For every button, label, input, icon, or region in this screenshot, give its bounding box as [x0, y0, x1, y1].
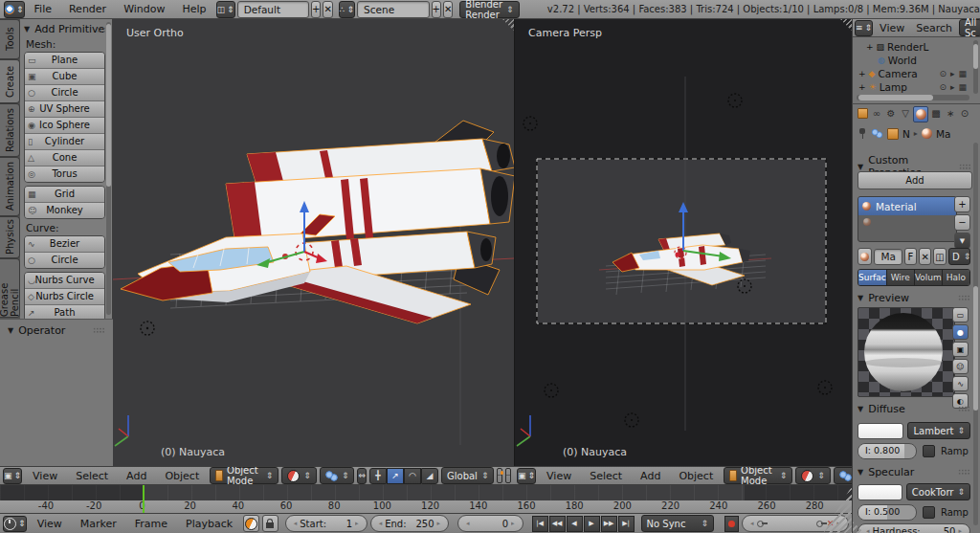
menu-object[interactable]: Object [157, 470, 207, 482]
tab-create[interactable]: Create [0, 59, 20, 103]
specular-ramp-checkbox[interactable] [923, 506, 935, 519]
tab-constraints-icon[interactable]: ∞ [870, 106, 883, 121]
breadcrumb-object-name[interactable]: N [902, 128, 910, 140]
menu-select[interactable]: Select [582, 470, 630, 482]
viewport-camera-persp[interactable]: Camera Persp (0) Nauyaca [514, 19, 852, 466]
menu-render[interactable]: Render [61, 3, 114, 15]
menu-view[interactable]: View [25, 470, 65, 482]
start-frame-field[interactable]: Start: 1 [285, 515, 368, 532]
play-button[interactable]: ▶ [584, 516, 600, 532]
tab-material-icon[interactable] [913, 106, 928, 122]
next-keyframe-button[interactable]: ▶▶ [601, 516, 617, 532]
users-count-button[interactable]: D ⇕ [948, 248, 970, 265]
renderable-icon[interactable]: ▦ [958, 69, 967, 78]
panel-drag-dots[interactable] [958, 469, 970, 476]
timeline-track[interactable] [0, 485, 852, 501]
add-property-button[interactable]: Add [858, 171, 972, 189]
add-monkey-button[interactable]: ☺Monkey [25, 203, 104, 218]
menu-help[interactable]: Help [175, 3, 214, 15]
outliner-item-world[interactable]: ◍ World [857, 54, 980, 67]
viewport-shading-select[interactable]: ⇕ [281, 467, 317, 484]
add-ico-sphere-button[interactable]: ◉Ico Sphere [25, 118, 104, 134]
jump-to-end-button[interactable]: ▶| [618, 516, 635, 532]
manipulator-rotate-button[interactable]: ◠ [404, 468, 421, 484]
scene-selector-button[interactable]: ∴ ⇕ [339, 1, 355, 18]
panel-header-specular[interactable]: ▼ Specular [858, 466, 970, 478]
tab-relations[interactable]: Relations [0, 103, 20, 157]
lock-button[interactable] [262, 515, 278, 532]
type-wire-button[interactable]: Wire [887, 270, 915, 285]
browse-material-button[interactable] [858, 248, 872, 265]
tab-animation[interactable]: Animation [0, 157, 20, 216]
preview-hair-button[interactable]: ∿ [952, 376, 969, 391]
add-plane-button[interactable]: ▭Plane [25, 53, 104, 69]
menu-add[interactable]: Add [633, 470, 668, 482]
add-scene-button[interactable]: + [432, 1, 441, 18]
layers-widget[interactable] [497, 468, 502, 483]
add-bezier-button[interactable]: ∿Bezier [25, 236, 104, 253]
add-cone-button[interactable]: △Cone [25, 150, 104, 167]
panel-header-add-primitive[interactable]: ▼ Add Primitive [24, 23, 105, 35]
selectable-cursor-icon[interactable]: ▸ [950, 82, 955, 92]
autokey-time-button[interactable] [243, 515, 259, 532]
close-scene-button[interactable]: ✕ [443, 1, 453, 18]
type-halo-button[interactable]: Halo [943, 270, 969, 285]
pivot-select[interactable]: ⇕ [834, 467, 852, 484]
panel-drag-dots[interactable] [958, 406, 970, 412]
add-path-button[interactable]: ↗Path [25, 305, 104, 319]
tab-modifiers-icon[interactable]: ⚙ [884, 106, 898, 121]
tab-particles-icon[interactable]: ∗ [944, 106, 957, 121]
menu-file[interactable]: File [27, 3, 59, 15]
remove-slot-button[interactable]: − [954, 214, 970, 231]
diffuse-color-swatch[interactable] [858, 423, 903, 439]
scene-name-field[interactable]: Scene [357, 1, 429, 18]
previous-keyframe-button[interactable]: ◀◀ [549, 516, 566, 532]
preview-sphere-button[interactable]: ● [952, 324, 969, 340]
type-volume-button[interactable]: Volum [915, 270, 943, 285]
expand-icon[interactable]: + [858, 69, 866, 78]
outliner-vertical-scrollbar[interactable] [973, 40, 978, 94]
menu-frame[interactable]: Frame [127, 518, 175, 530]
outliner-item-renderlayers[interactable]: + ▨ RenderL [857, 40, 980, 54]
add-circle-button[interactable]: ○Circle [25, 85, 104, 101]
outliner-item-camera[interactable]: + ◆ Camera ⊙ ▸ ▦ [857, 67, 980, 80]
pivot-select[interactable]: ⇕ [320, 467, 355, 484]
specular-intensity-slider[interactable]: I: 0.500 [858, 504, 917, 521]
hardness-field[interactable]: Hardness: 50 [858, 523, 970, 533]
menu-playback[interactable]: Playback [178, 518, 240, 530]
end-frame-field[interactable]: End: 250 [370, 515, 449, 532]
outliner-horizontal-scrollbar[interactable] [857, 95, 969, 100]
preview-flat-button[interactable]: ▭ [952, 307, 969, 322]
breadcrumb-material-name[interactable]: Ma [936, 128, 951, 140]
app-menu-button[interactable]: ⇕ [4, 1, 25, 18]
menu-view[interactable]: View [875, 22, 909, 34]
diffuse-intensity-slider[interactable]: I: 0.800 [858, 443, 917, 459]
add-nurbs-curve-button[interactable]: ◡Nurbs Curve [25, 273, 104, 289]
pin-icon[interactable] [858, 127, 867, 140]
timeline-ruler[interactable]: -40-200204060801001201401601802002202402… [0, 500, 852, 514]
editor-type-button[interactable]: ≡ ⇕ [855, 20, 873, 36]
renderable-icon[interactable]: ▦ [958, 82, 967, 92]
current-frame-field[interactable]: 0 [457, 515, 523, 532]
insert-key-icon[interactable] [816, 521, 823, 527]
menu-object[interactable]: Object [671, 470, 721, 482]
manipulator-axis-button[interactable]: ╋ [369, 468, 387, 484]
menu-window[interactable]: Window [116, 3, 172, 15]
selectable-cursor-icon[interactable]: ▸ [950, 69, 955, 78]
material-slot-list[interactable]: Material [858, 196, 957, 242]
manipulator-scale-button[interactable]: ◢ [421, 468, 438, 484]
add-torus-button[interactable]: ◎Torus [25, 167, 104, 182]
tab-physics[interactable]: Physics [0, 216, 20, 258]
add-cylinder-button[interactable]: ▯Cylinder [25, 134, 104, 150]
tab-physics-icon[interactable]: ⊙ [958, 106, 971, 121]
add-cube-button[interactable]: ▣Cube [25, 69, 104, 85]
menu-search[interactable]: Search [911, 22, 957, 34]
snap-target-button[interactable]: ⇔ [357, 468, 367, 484]
menu-select[interactable]: Select [68, 470, 116, 482]
add-grid-button[interactable]: ▦Grid [25, 187, 104, 203]
panel-drag-dots[interactable] [959, 164, 970, 170]
expand-icon[interactable]: + [858, 82, 866, 92]
unlink-material-button[interactable]: ✕ [919, 248, 931, 265]
material-slot-active[interactable]: Material [858, 197, 956, 215]
panel-header-preview[interactable]: ▼ Preview [858, 292, 970, 304]
